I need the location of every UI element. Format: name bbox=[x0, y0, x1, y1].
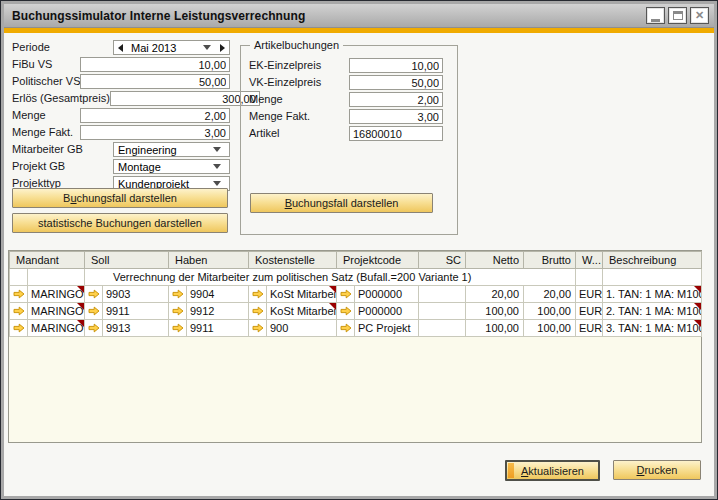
link-arrow-icon[interactable] bbox=[85, 320, 103, 336]
link-arrow-icon[interactable] bbox=[337, 303, 355, 319]
ek-einzelpreis-label: EK-Einzelpreis bbox=[249, 58, 349, 73]
cell-haben[interactable]: 9912 bbox=[169, 303, 249, 320]
link-arrow-icon[interactable] bbox=[249, 320, 267, 336]
politischer-vs-input[interactable] bbox=[80, 74, 230, 89]
chevron-down-icon[interactable] bbox=[213, 164, 221, 169]
truncation-indicator bbox=[694, 303, 701, 310]
truncation-indicator bbox=[77, 303, 84, 310]
link-arrow-icon[interactable] bbox=[10, 320, 28, 336]
group-title: Artikelbuchungen bbox=[250, 39, 343, 51]
cell-projektcode[interactable]: PC Projekt bbox=[337, 320, 419, 337]
menge-fakt-label: Menge Fakt. bbox=[12, 125, 80, 140]
cell-brutto[interactable]: 100,00 bbox=[524, 303, 576, 320]
periode-dropdown-icon[interactable] bbox=[203, 45, 211, 50]
erloes-label: Erlös (Gesamtpreis) bbox=[12, 91, 110, 106]
cell-kostenstelle[interactable]: KoSt Mitarbei bbox=[249, 303, 337, 320]
col-header-haben: Haben bbox=[169, 252, 249, 269]
truncation-indicator bbox=[329, 303, 336, 310]
cell-soll[interactable]: 9913 bbox=[85, 320, 169, 337]
artikel-menge-fakt-input[interactable] bbox=[349, 109, 443, 124]
menge-input[interactable] bbox=[80, 108, 230, 123]
artikel-input[interactable] bbox=[349, 126, 443, 141]
ek-einzelpreis-input[interactable] bbox=[349, 58, 443, 73]
statistische-buchungen-button[interactable]: statistische Buchungen darstellen bbox=[12, 213, 228, 233]
politischer-vs-row: Politischer VS bbox=[12, 74, 230, 89]
artikel-buchungsfall-darstellen-button[interactable]: Buchungsfall darstellen bbox=[250, 193, 433, 213]
artikelbuchungen-group: Artikelbuchungen EK-Einzelpreis VK-Einze… bbox=[240, 45, 458, 235]
menge-fakt-input[interactable] bbox=[80, 125, 230, 140]
link-arrow-icon[interactable] bbox=[337, 286, 355, 302]
maximize-button[interactable] bbox=[668, 7, 687, 24]
fibu-vs-label: FiBu VS bbox=[12, 57, 80, 72]
projekt-gb-combo[interactable]: Montage bbox=[113, 159, 230, 174]
col-header-mandant: Mandant bbox=[10, 252, 85, 269]
link-arrow-icon[interactable] bbox=[249, 286, 267, 302]
cell-sc[interactable] bbox=[419, 286, 466, 303]
cell-netto[interactable]: 100,00 bbox=[466, 303, 524, 320]
cell-haben[interactable]: 9904 bbox=[169, 286, 249, 303]
cell-waehrung[interactable]: EUR bbox=[576, 286, 603, 303]
cell-netto[interactable]: 100,00 bbox=[466, 320, 524, 337]
artikel-menge-input[interactable] bbox=[349, 92, 443, 107]
chevron-down-icon[interactable] bbox=[213, 147, 221, 152]
cell-mandant[interactable]: MARINGO bbox=[10, 320, 85, 337]
col-header-beschreibung: Beschreibung bbox=[603, 252, 702, 269]
cell-netto[interactable]: 20,00 bbox=[466, 286, 524, 303]
cell-haben[interactable]: 9911 bbox=[169, 320, 249, 337]
table-header-row: Mandant Soll Haben Kostenstelle Projektc… bbox=[10, 252, 702, 269]
link-arrow-icon[interactable] bbox=[85, 286, 103, 302]
cell-kostenstelle[interactable]: KoSt Mitarbei bbox=[249, 286, 337, 303]
link-arrow-icon[interactable] bbox=[10, 303, 28, 319]
minimize-button[interactable] bbox=[646, 7, 665, 24]
table-row[interactable]: MARINGO 9911 9912 KoSt Mitarbei P000000 … bbox=[10, 303, 702, 320]
cell-sc[interactable] bbox=[419, 303, 466, 320]
cell-beschreibung[interactable]: 3. TAN: 1 MA: M100 bbox=[603, 320, 702, 337]
fibu-vs-input[interactable] bbox=[80, 57, 230, 72]
col-header-netto: Netto bbox=[466, 252, 524, 269]
chevron-down-icon[interactable] bbox=[213, 181, 221, 186]
cell-sc[interactable] bbox=[419, 320, 466, 337]
titlebar[interactable]: Buchungssimulator Interne Leistungsverre… bbox=[4, 4, 714, 28]
periode-spinner[interactable]: Mai 2013 bbox=[113, 40, 230, 55]
mitarbeiter-gb-combo[interactable]: Engineering bbox=[113, 142, 230, 157]
link-arrow-icon[interactable] bbox=[249, 303, 267, 319]
cell-projektcode[interactable]: P000000 bbox=[337, 286, 419, 303]
truncation-indicator bbox=[77, 320, 84, 327]
cell-soll[interactable]: 9911 bbox=[85, 303, 169, 320]
cell-projektcode[interactable]: P000000 bbox=[337, 303, 419, 320]
buchungsfall-darstellen-button[interactable]: Buchungsfall darstellen bbox=[12, 188, 228, 208]
cell-mandant[interactable]: MARINGO bbox=[10, 286, 85, 303]
link-arrow-icon[interactable] bbox=[169, 303, 187, 319]
truncation-indicator bbox=[694, 320, 701, 327]
cell-mandant[interactable]: MARINGO bbox=[10, 303, 85, 320]
cell-beschreibung[interactable]: 1. TAN: 1 MA: M100 bbox=[603, 286, 702, 303]
mitarbeiter-gb-value: Engineering bbox=[118, 144, 177, 156]
cell-beschreibung[interactable]: 2. TAN: 1 MA: M100 bbox=[603, 303, 702, 320]
vk-einzelpreis-input[interactable] bbox=[349, 75, 443, 90]
cell-brutto[interactable]: 20,00 bbox=[524, 286, 576, 303]
periode-next-icon[interactable] bbox=[220, 44, 225, 52]
group-row-empty-cell bbox=[576, 269, 603, 286]
cell-waehrung[interactable]: EUR bbox=[576, 303, 603, 320]
cell-kostenstelle[interactable]: 900 bbox=[249, 320, 337, 337]
erloes-input[interactable] bbox=[110, 91, 260, 106]
periode-value: Mai 2013 bbox=[131, 42, 176, 54]
col-header-sc: SC bbox=[419, 252, 466, 269]
politischer-vs-label: Politischer VS bbox=[12, 74, 80, 89]
link-arrow-icon[interactable] bbox=[10, 286, 28, 302]
cell-brutto[interactable]: 100,00 bbox=[524, 320, 576, 337]
drucken-button[interactable]: Drucken bbox=[613, 460, 701, 480]
dialog-content: Periode Mai 2013 FiBu VS Politischer VS … bbox=[4, 33, 714, 496]
cell-soll[interactable]: 9903 bbox=[85, 286, 169, 303]
link-arrow-icon[interactable] bbox=[85, 303, 103, 319]
link-arrow-icon[interactable] bbox=[169, 286, 187, 302]
aktualisieren-button[interactable]: Aktualisieren bbox=[505, 460, 600, 481]
link-arrow-icon[interactable] bbox=[337, 320, 355, 336]
close-button[interactable]: ✕ bbox=[690, 7, 709, 24]
cell-waehrung[interactable]: EUR bbox=[576, 320, 603, 337]
periode-prev-icon[interactable] bbox=[118, 44, 123, 52]
table-row[interactable]: MARINGO 9903 9904 KoSt Mitarbei P000000 … bbox=[10, 286, 702, 303]
button-accel: B bbox=[285, 197, 292, 209]
table-row[interactable]: MARINGO 9913 9911 900 PC Projekt 100,00 … bbox=[10, 320, 702, 337]
link-arrow-icon[interactable] bbox=[169, 320, 187, 336]
